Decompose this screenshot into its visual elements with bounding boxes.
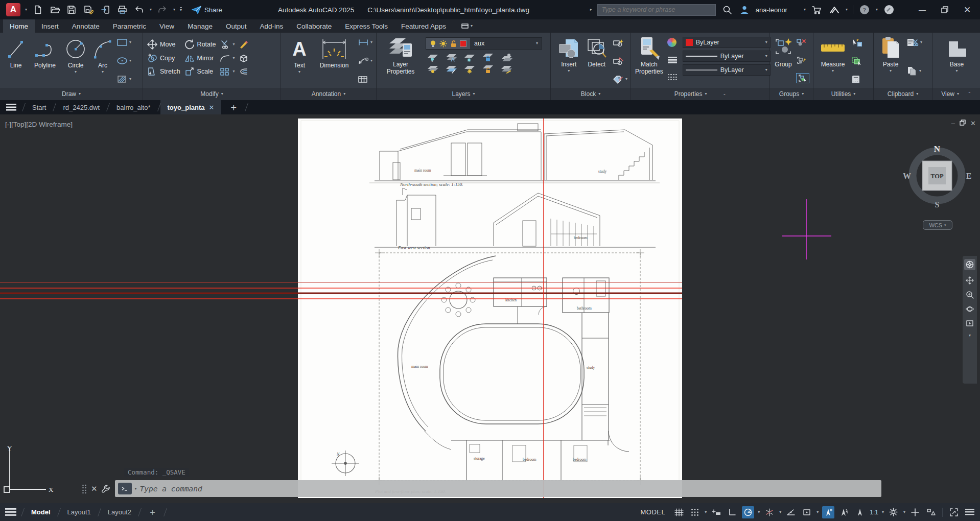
linear-dimension-button[interactable]: ▾ xyxy=(358,37,372,48)
feedback-icon[interactable] xyxy=(883,4,895,16)
object-snap-tracking-toggle[interactable] xyxy=(785,506,797,518)
open-file-button[interactable] xyxy=(49,4,61,16)
ribbon-tab-parametric[interactable]: Parametric xyxy=(106,19,153,33)
orbit-icon[interactable] xyxy=(966,305,974,313)
isodraft-dropdown-icon[interactable]: ▾ xyxy=(779,510,781,514)
explode-button[interactable] xyxy=(239,54,249,63)
panel-label-groups[interactable]: Groups▾ xyxy=(770,88,813,100)
navigation-wheel-icon[interactable] xyxy=(964,259,975,270)
paste-dropdown-icon[interactable]: ▾ xyxy=(890,69,892,73)
erase-button[interactable] xyxy=(239,40,249,49)
layer-make-current-button[interactable] xyxy=(500,53,512,62)
user-dropdown-icon[interactable]: ▾ xyxy=(804,8,806,12)
circle-button[interactable]: Circle ▾ xyxy=(62,35,89,74)
panel-launcher-icon[interactable]: ⌄ xyxy=(723,92,727,96)
stretch-button[interactable]: Stretch xyxy=(147,67,180,76)
minimize-button[interactable]: — xyxy=(914,2,931,17)
move-button[interactable]: Move xyxy=(147,39,180,50)
linetype-button[interactable] xyxy=(667,72,679,82)
mirror-button[interactable]: Mirror xyxy=(184,54,216,63)
edit-attributes-button[interactable]: ▾ xyxy=(613,74,627,84)
base-dropdown-icon[interactable]: ▾ xyxy=(955,69,958,73)
viewport-controls-label[interactable]: [-][Top][2D Wireframe] xyxy=(5,121,73,128)
search-expand-icon[interactable]: ▸ xyxy=(590,8,592,12)
base-button[interactable]: Base ▾ xyxy=(943,35,971,73)
ungroup-button[interactable] xyxy=(796,37,809,48)
copy-button[interactable]: Copy xyxy=(147,54,180,63)
hatch-button[interactable]: ▾ xyxy=(116,74,131,84)
detect-button[interactable]: Detect xyxy=(585,35,608,68)
viewcube-east[interactable]: E xyxy=(966,172,972,180)
drawing-area[interactable]: main room study bedroom kitchen bathroom… xyxy=(0,114,980,503)
panel-label-utilities[interactable]: Utilities▾ xyxy=(813,88,873,100)
measure-dropdown-icon[interactable]: ▾ xyxy=(832,69,834,73)
arc-button[interactable]: Arc ▾ xyxy=(91,35,114,74)
snap-dropdown-icon[interactable]: ▾ xyxy=(705,510,707,514)
new-file-button[interactable] xyxy=(32,4,44,16)
layer-off-button[interactable] xyxy=(427,53,439,62)
customize-status-bar-button[interactable] xyxy=(964,506,976,518)
osnap-dropdown-icon[interactable]: ▾ xyxy=(816,510,819,514)
file-tab-toyo-planta[interactable]: toyo_planta ✕ xyxy=(160,100,222,114)
command-drag-handle[interactable] xyxy=(82,484,87,494)
ribbon-tab-manage[interactable]: Manage xyxy=(181,19,219,33)
scale-button[interactable]: Scale xyxy=(184,67,216,76)
search-input[interactable] xyxy=(602,6,711,13)
layout1-tab[interactable]: Layout1 xyxy=(65,508,93,516)
panel-label-block[interactable]: Block▾ xyxy=(551,88,631,100)
cart-icon[interactable] xyxy=(811,4,823,16)
model-space-badge[interactable]: MODEL xyxy=(640,508,665,516)
new-tab-button[interactable]: ＋ xyxy=(221,100,245,114)
autodesk-logo-icon[interactable] xyxy=(828,4,841,16)
panel-label-view[interactable]: View▾⌃ xyxy=(932,88,980,100)
layer-unlock-all-button[interactable] xyxy=(482,65,494,74)
dimension-button[interactable]: Dimension xyxy=(316,35,353,69)
annotation-monitor-button[interactable] xyxy=(909,506,921,518)
lineweight-select[interactable]: ByLayer ▾ xyxy=(683,51,771,62)
paste-button[interactable]: Paste ▾ xyxy=(879,35,902,73)
file-tab-bairro-alto[interactable]: bairro_alto* xyxy=(109,100,158,114)
linetype-select[interactable]: ByLayer ▾ xyxy=(683,64,771,76)
qat-customize-icon[interactable]: ▾ xyxy=(180,7,182,12)
scale-dropdown-icon[interactable]: ▾ xyxy=(882,510,884,514)
ribbon-tab-featured-apps[interactable]: Featured Apps xyxy=(394,19,453,33)
circle-dropdown-icon[interactable]: ▾ xyxy=(75,70,77,74)
layer-unlock-icon[interactable] xyxy=(450,40,457,48)
viewcube-west[interactable]: W xyxy=(903,172,911,180)
quick-calculator-button[interactable] xyxy=(851,74,862,84)
file-tabs-menu-button[interactable] xyxy=(0,100,22,114)
viewcube-north[interactable]: N xyxy=(934,144,941,154)
drawing-canvas[interactable]: main room study bedroom kitchen bathroom… xyxy=(298,119,682,498)
object-color-select[interactable]: ByLayer ▾ xyxy=(683,37,771,48)
ribbon-tab-insert[interactable]: Insert xyxy=(35,19,65,33)
command-dropdown-icon[interactable]: ▾ xyxy=(135,487,137,491)
ribbon-tab-output[interactable]: Output xyxy=(219,19,253,33)
dynamic-input-toggle[interactable] xyxy=(710,506,722,518)
viewcube-south[interactable]: S xyxy=(935,200,940,209)
app-menu-arrow-icon[interactable]: ▾ xyxy=(25,8,27,12)
leader-button[interactable]: ▾ xyxy=(358,56,372,66)
ortho-mode-toggle[interactable] xyxy=(726,506,738,518)
search-icon[interactable] xyxy=(721,4,733,16)
measure-button[interactable]: Measure ▾ xyxy=(819,35,847,73)
ellipse-button[interactable]: ▾ xyxy=(116,56,131,66)
trim-button[interactable]: ▾ xyxy=(220,40,235,49)
layer-on-all-button[interactable] xyxy=(427,65,439,74)
ribbon-tab-collaborate[interactable]: Collaborate xyxy=(290,19,338,33)
workspace-dropdown-icon[interactable]: ▾ xyxy=(903,510,905,514)
quick-select-button[interactable] xyxy=(851,37,862,48)
pan-icon[interactable] xyxy=(966,276,974,285)
plot-button[interactable] xyxy=(116,4,128,16)
layer-select[interactable]: aux ▾ xyxy=(426,37,542,50)
viewcube[interactable]: N S W E TOP xyxy=(903,143,975,210)
command-close-icon[interactable]: ✕ xyxy=(91,484,98,493)
zoom-icon[interactable] xyxy=(966,291,974,299)
layer-isolate-button[interactable] xyxy=(445,53,457,62)
polar-dropdown-icon[interactable]: ▾ xyxy=(758,510,760,514)
layout2-tab[interactable]: Layout2 xyxy=(106,508,133,516)
wcs-menu[interactable]: WCS▾ xyxy=(923,220,952,230)
ribbon-tab-express-tools[interactable]: Express Tools xyxy=(338,19,394,33)
save-as-button[interactable] xyxy=(82,4,95,16)
panel-label-layers[interactable]: Layers▾ xyxy=(377,88,550,100)
redo-dropdown-icon[interactable]: ▾ xyxy=(173,8,175,12)
